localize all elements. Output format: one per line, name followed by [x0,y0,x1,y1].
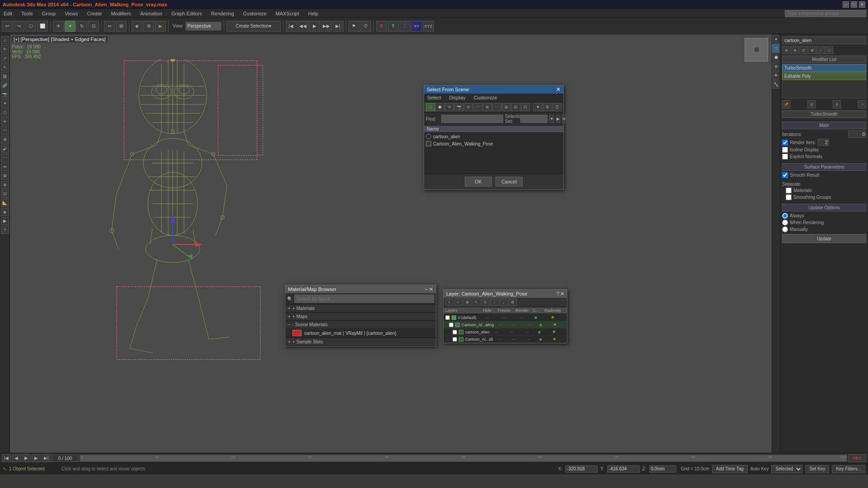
sfs-find-input[interactable] [441,115,503,123]
sfs-item-walking-pose[interactable]: Cartoon_Alien_Walking_Pose [424,140,563,147]
lt-helpers[interactable]: ✛ [1,117,9,126]
play-btn[interactable]: ▶ [309,21,320,32]
sfs-ok-btn[interactable]: OK [465,177,492,187]
lt-camera[interactable]: 📷 [1,90,9,99]
next-key-btn[interactable]: ▶▶ [321,21,332,32]
lt-ribbon[interactable]: ⋯ [1,154,9,162]
z-coord-input[interactable] [649,465,676,473]
ld-select-objs-btn[interactable]: ↖ [472,299,481,306]
align-btn[interactable]: ⊞ [116,21,127,32]
scale-btn[interactable]: ⊡ [88,21,99,32]
prev-frame-btn[interactable]: |◀ [286,21,297,32]
menu-item-maxscript[interactable]: MAXScript [274,11,301,16]
view-input[interactable] [185,22,222,31]
menu-item-views[interactable]: Views [63,11,80,16]
ld-cb-0[interactable] [445,315,450,320]
mb-min-btn[interactable]: ─ [425,286,428,292]
sfs-list[interactable]: cartoon_alien Cartoon_Alien_Walking_Pose [424,133,563,174]
remove-modifier-btn[interactable]: ✕ [858,100,866,108]
modifier-icon-5[interactable]: ↕ [816,46,825,54]
x-coord-input[interactable] [565,465,598,473]
ld-cb-1[interactable] [449,323,453,327]
mb-scene-header[interactable]: − - Scene Materials [285,321,436,328]
xyz-btn[interactable]: XYZ [423,21,434,32]
prev-frame-btn2[interactable]: ◀ [12,454,21,462]
ld-delete-btn[interactable]: ✕ [454,299,462,306]
ld-new-layer-btn[interactable]: + [445,299,453,306]
lt-align-tools[interactable]: ⊡ [1,190,9,198]
lt-link[interactable]: ⛓ [1,72,9,80]
prev-key-btn[interactable]: ◀◀ [297,21,308,32]
lt-rotate[interactable]: ↻ [1,45,9,53]
lt-help[interactable]: ? [1,226,9,234]
sfs-geo-btn[interactable]: ⬡ [426,103,435,111]
sfs-menu-customize[interactable]: Customize [472,94,499,101]
ld-move-down-btn[interactable]: ↓ [500,299,508,306]
rp-create[interactable]: ✦ [772,35,780,43]
sfs-close-btn[interactable]: ✕ [556,86,561,93]
minimize-btn[interactable]: ─ [843,1,849,8]
lt-array[interactable]: ⊞ [1,172,9,180]
play-anim-btn[interactable]: ▶ [22,454,31,462]
mb-sample-header[interactable]: + + Sample Slots [285,338,436,346]
lt-unlink[interactable]: 🔗 [1,81,9,89]
ld-row-1[interactable]: Cartoon_Al...aling — — — ■ ☀ [443,321,567,328]
anim-settings-btn[interactable]: KEY [848,454,866,462]
sfs-particles-btn[interactable]: ⋯ [492,103,501,111]
lt-snap[interactable]: ⊕ [1,181,9,189]
y-coord-input[interactable] [607,465,640,473]
lt-render[interactable]: ▶ [1,217,9,225]
ld-settings-btn[interactable]: ⚙ [509,299,517,306]
ld-cb-3[interactable] [453,337,457,342]
render-setup-btn[interactable]: ⚙ [143,21,154,32]
select-btn[interactable]: ✛ [53,21,64,32]
show-end-result-btn[interactable]: ⊡ [807,100,816,108]
lt-move[interactable]: ↕ [1,36,9,44]
manually-radio[interactable] [782,226,788,232]
sfs-none-btn[interactable]: ⊟ [511,103,520,111]
menu-item-customize[interactable]: Customize [241,11,269,16]
iterations-input[interactable] [848,131,866,138]
explicit-checkbox[interactable] [782,154,788,160]
rp-display[interactable]: 👁 [772,71,780,80]
sfs-right-btn[interactable]: ▶ [556,115,560,123]
z-axis-btn[interactable]: Z [400,21,410,32]
sfs-spacewarp-btn[interactable]: 〰 [473,103,482,111]
lt-mirror[interactable]: ⇔ [1,163,9,171]
menu-item-group[interactable]: Group [40,11,58,16]
ld-row-3[interactable]: Cartoon_Al...ali — — — ■ ☀ [443,336,567,343]
undo-btn[interactable]: ↩ [2,21,13,32]
sfs-item-cartoon-alien[interactable]: cartoon_alien [424,133,563,140]
rp-modify[interactable]: ⬡ [772,44,780,52]
smooth-result-checkbox[interactable] [782,172,788,178]
lt-scale[interactable]: ⤢ [1,54,9,62]
lt-paint[interactable]: 🖌 [1,145,9,153]
modifier-turbsmooth[interactable]: TurboSmooth [782,64,866,72]
lt-light[interactable]: ☀ [1,99,9,108]
sfs-down-btn[interactable]: ▼ [549,115,554,123]
sfs-menu-select[interactable]: Select [426,94,443,101]
rp-motion[interactable]: ⊛ [772,62,780,70]
menu-item-animation[interactable]: Animation [138,11,164,16]
sfs-filter-btn[interactable]: ▼ [533,103,542,111]
modifier-icon-3[interactable]: ⊡ [799,46,807,54]
y-axis-btn[interactable]: Y [388,21,399,32]
sfs-list-btn[interactable]: ☰ [552,103,561,111]
object-name-input[interactable] [782,36,866,44]
mb-close-btn[interactable]: ✕ [429,286,433,292]
ld-row-0[interactable]: 0 (default) — — — ■ ☀ [443,314,567,321]
sfs-cancel-btn[interactable]: Cancel [495,177,523,187]
sfs-light-btn[interactable]: ☀ [445,103,454,111]
mb-mat-item[interactable]: cartoon_alien_mat ( VRayMtl ) [cartoon_a… [285,328,436,338]
modifier-icon-2[interactable]: ⊗ [791,46,799,54]
next-frame-btn2[interactable]: ▶ [32,454,41,462]
mb-search-input[interactable] [294,295,434,303]
sfs-misc-btn[interactable]: ⊕ [562,115,566,123]
menu-item-modifiers[interactable]: Modifiers [109,11,133,16]
mb-materials-header[interactable]: + + Materials [285,305,436,312]
nav-cube[interactable]: ⬛ [745,38,768,61]
lt-measure[interactable]: 📐 [1,199,9,207]
key-filters-btn[interactable]: Key Filters... [832,465,865,473]
add-time-tag-btn[interactable]: Add Time Tag [712,465,748,473]
sfs-sort-btn[interactable]: ⇅ [543,103,552,111]
